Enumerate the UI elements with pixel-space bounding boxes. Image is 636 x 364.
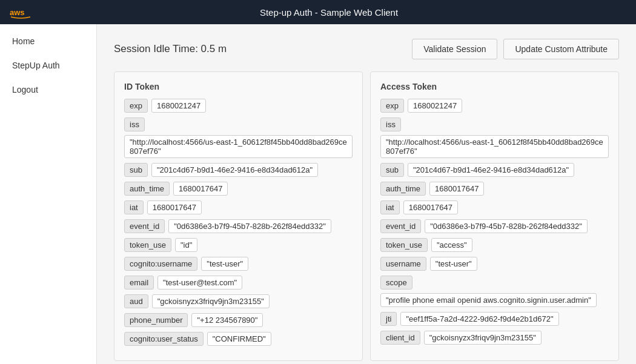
token-value: "test-user": [430, 257, 477, 271]
topbar-title: Step-up Auth - Sample Web Client: [31, 7, 626, 18]
token-value: "201c4d67-b9d1-46e2-9416-e8d34dad612a": [151, 163, 318, 177]
token-key: event_id: [124, 219, 165, 233]
token-key: iat: [124, 200, 144, 214]
table-row: scope"profile phone email openid aws.cog…: [380, 276, 609, 307]
token-value: "test-user@test.com": [157, 276, 242, 290]
token-value: 1680017647: [429, 182, 484, 196]
table-row: email"test-user@test.com": [124, 276, 353, 290]
table-row: aud"gckoisnyzx3friqv9jn3m23155": [124, 294, 353, 308]
id-token-panel: ID Token exp1680021247iss"http://localho…: [114, 71, 363, 361]
table-row: token_use"id": [124, 238, 353, 252]
token-key: auth_time: [380, 182, 426, 196]
table-row: event_id"0d6386e3-b7f9-45b7-828b-262f84e…: [380, 219, 609, 233]
table-row: token_use"access": [380, 238, 609, 252]
token-value: "+12 234567890": [191, 313, 263, 327]
token-key: scope: [380, 276, 412, 290]
token-key: exp: [124, 99, 148, 113]
token-key: event_id: [380, 219, 421, 233]
token-key: username: [380, 257, 426, 271]
table-row: sub"201c4d67-b9d1-46e2-9416-e8d34dad612a…: [124, 163, 353, 177]
table-row: cognito:username"test-user": [124, 257, 353, 271]
session-time-label: Session Idle Time: 0.5 m: [114, 43, 227, 55]
token-panels: ID Token exp1680021247iss"http://localho…: [114, 71, 619, 361]
topbar: aws Step-up Auth - Sample Web Client: [0, 0, 636, 24]
table-row: jti"eef1ff5a-7a2d-4222-9d62-f9d4e2b1d672…: [380, 312, 609, 326]
token-value: "201c4d67-b9d1-46e2-9416-e8d34dad612a": [408, 163, 574, 177]
token-value: "http://localhost:4566/us-east-1_60612f8…: [380, 135, 609, 158]
table-row: iat1680017647: [380, 200, 609, 214]
token-value: 1680017647: [147, 200, 202, 214]
token-key: exp: [380, 99, 404, 113]
token-key: jti: [380, 312, 397, 326]
header-row: Session Idle Time: 0.5 m Validate Sessio…: [114, 39, 619, 59]
table-row: cognito:user_status"CONFIRMED": [124, 332, 353, 346]
layout: Home StepUp Auth Logout Session Idle Tim…: [0, 24, 636, 364]
table-row: iss"http://localhost:4566/us-east-1_6061…: [380, 117, 609, 158]
table-row: exp1680021247: [380, 99, 609, 113]
table-row: iss"http://localhost:4566/us-east-1_6061…: [124, 117, 353, 158]
table-row: auth_time1680017647: [124, 182, 353, 196]
svg-text:aws: aws: [10, 8, 25, 17]
table-row: client_id"gckoisnyzx3friqv9jn3m23155": [380, 331, 609, 345]
token-key: cognito:username: [124, 257, 197, 271]
token-value: "id": [175, 238, 197, 252]
token-key: iss: [380, 117, 401, 131]
table-row: username"test-user": [380, 257, 609, 271]
table-row: exp1680021247: [124, 99, 353, 113]
sidebar: Home StepUp Auth Logout: [0, 24, 97, 364]
table-row: sub"201c4d67-b9d1-46e2-9416-e8d34dad612a…: [380, 163, 609, 177]
id-token-rows: exp1680021247iss"http://localhost:4566/u…: [124, 99, 353, 346]
token-key: sub: [124, 163, 148, 177]
token-value: "access": [431, 238, 472, 252]
token-key: token_use: [124, 238, 171, 252]
token-key: auth_time: [124, 182, 170, 196]
table-row: phone_number"+12 234567890": [124, 313, 353, 327]
sidebar-item-stepup[interactable]: StepUp Auth: [0, 53, 96, 78]
token-value: "gckoisnyzx3friqv9jn3m23155": [152, 294, 270, 308]
access-token-title: Access Token: [380, 82, 609, 91]
token-key: sub: [380, 163, 404, 177]
token-value: 1680021247: [151, 99, 206, 113]
token-key: token_use: [380, 238, 428, 252]
token-value: "0d6386e3-b7f9-45b7-828b-262f84edd332": [425, 219, 588, 233]
token-key: aud: [124, 294, 148, 308]
token-value: "profile phone email openid aws.cognito.…: [380, 293, 597, 307]
table-row: event_id"0d6386e3-b7f9-45b7-828b-262f84e…: [124, 219, 353, 233]
aws-logo-icon: aws: [10, 5, 31, 19]
id-token-title: ID Token: [124, 82, 353, 91]
token-value: 1680017647: [173, 182, 228, 196]
token-key: phone_number: [124, 313, 188, 327]
token-value: "0d6386e3-b7f9-45b7-828b-262f84edd332": [168, 219, 331, 233]
token-key: email: [124, 276, 154, 290]
access-token-rows: exp1680021247iss"http://localhost:4566/u…: [380, 99, 609, 345]
token-value: "CONFIRMED": [207, 332, 271, 346]
token-key: cognito:user_status: [124, 332, 204, 346]
table-row: auth_time1680017647: [380, 182, 609, 196]
sidebar-item-logout[interactable]: Logout: [0, 78, 96, 102]
token-value: "gckoisnyzx3friqv9jn3m23155": [424, 331, 542, 345]
table-row: iat1680017647: [124, 200, 353, 214]
aws-logo: aws: [10, 5, 31, 19]
validate-session-button[interactable]: Validate Session: [412, 39, 497, 59]
sidebar-item-home[interactable]: Home: [0, 29, 96, 53]
token-key: iss: [124, 117, 145, 131]
main-content: Session Idle Time: 0.5 m Validate Sessio…: [97, 24, 636, 364]
token-value: "test-user": [201, 257, 248, 271]
token-value: 1680021247: [408, 99, 462, 113]
token-value: "http://localhost:4566/us-east-1_60612f8…: [124, 135, 353, 158]
access-token-panel: Access Token exp1680021247iss"http://loc…: [370, 71, 619, 361]
header-buttons: Validate Session Update Custom Attribute: [412, 39, 619, 59]
token-value: 1680017647: [403, 200, 458, 214]
update-custom-attribute-button[interactable]: Update Custom Attribute: [503, 39, 619, 59]
token-value: "eef1ff5a-7a2d-4222-9d62-f9d4e2b1d672": [400, 312, 558, 326]
token-key: iat: [380, 200, 400, 214]
token-key: client_id: [380, 331, 420, 345]
